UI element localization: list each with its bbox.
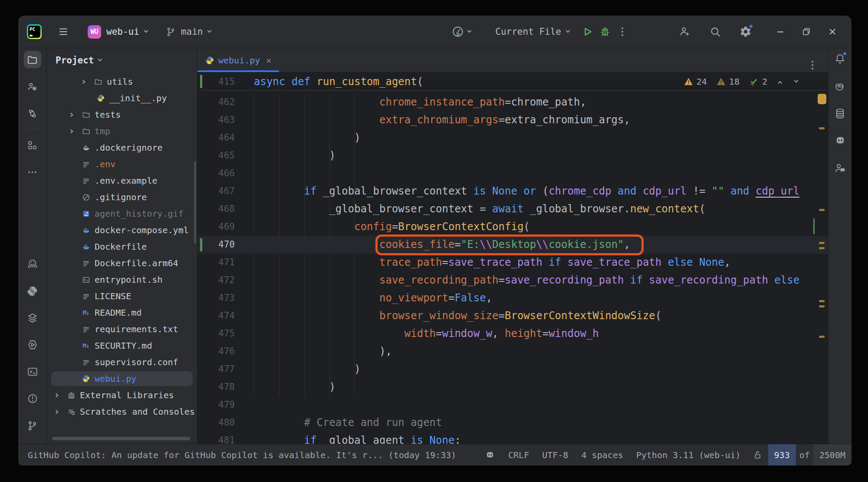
line-number[interactable]: 475 xyxy=(197,325,235,343)
line-number[interactable]: 462 xyxy=(197,93,235,111)
tree-item-utils[interactable]: utils xyxy=(47,73,197,90)
chevron-right-icon[interactable] xyxy=(55,410,66,413)
warning-stripe-mark[interactable] xyxy=(819,209,825,211)
line-number[interactable]: 464 xyxy=(197,129,235,147)
line-number[interactable]: 463 xyxy=(197,111,235,129)
inspections-widget[interactable]: 24 18 2 xyxy=(684,73,798,91)
tree-item--env-example[interactable]: .env.example xyxy=(47,172,197,189)
tree-item-tmp[interactable]: tmp xyxy=(47,123,197,139)
tree-item-agent-history-gif[interactable]: agent_history.gif xyxy=(47,205,197,222)
code-area[interactable]: 462 chrome_instance_path=chrome_path,463… xyxy=(197,91,828,444)
run-profile-widget[interactable] xyxy=(451,25,471,38)
status-message[interactable]: GitHub Copilot: An update for GitHub Cop… xyxy=(28,444,456,465)
line-number[interactable]: 478 xyxy=(197,378,235,396)
code-with-me-icon[interactable] xyxy=(676,23,694,40)
line-number[interactable]: 472 xyxy=(197,271,235,289)
tab-close-icon[interactable]: ✕ xyxy=(266,55,271,66)
tree-item-dockerfile[interactable]: Dockerfile xyxy=(47,238,197,255)
line-number[interactable]: 477 xyxy=(197,360,235,378)
tree-item-external-libraries[interactable]: External Libraries xyxy=(47,387,197,403)
tree-item-dockerfile-arm64[interactable]: Dockerfile.arm64 xyxy=(47,255,197,271)
tree-item-requirements-txt[interactable]: requirements.txt xyxy=(47,321,197,337)
chevron-right-icon[interactable] xyxy=(69,130,81,133)
sidebar-item-structure[interactable] xyxy=(24,136,41,154)
copilot-status-icon[interactable] xyxy=(478,444,502,465)
warning-stripe-mark[interactable] xyxy=(819,242,825,244)
tree-item-readme-md[interactable]: M↓README.md xyxy=(47,304,197,321)
sidebar-item-ai-assistant[interactable] xyxy=(832,77,849,95)
line-number[interactable]: 415 xyxy=(197,73,235,91)
tree-item-docker-compose-yml[interactable]: docker-compose.yml xyxy=(47,222,197,238)
line-number[interactable]: 467 xyxy=(197,182,235,200)
tree-item--init-py[interactable]: __init__.py xyxy=(47,90,197,106)
chevron-right-icon[interactable] xyxy=(55,394,66,397)
run-button[interactable] xyxy=(579,23,596,40)
next-problem-icon[interactable] xyxy=(794,79,799,83)
sidebar-item-notifications[interactable] xyxy=(832,50,849,67)
tree-item-security-md[interactable]: M↓SECURITY.md xyxy=(47,337,197,354)
tree-item--gitignore[interactable]: .gitignore xyxy=(47,189,197,205)
memory-total[interactable]: 2500M xyxy=(813,444,852,465)
warning-stripe-mark[interactable] xyxy=(819,336,825,338)
line-number[interactable]: 468 xyxy=(197,200,235,218)
sidebar-item-pull-requests[interactable]: ? xyxy=(24,78,41,95)
sidebar-item-commit[interactable] xyxy=(24,105,41,122)
tree-vertical-scrollbar[interactable] xyxy=(194,161,196,244)
tree-item-webui-py[interactable]: webui.py xyxy=(47,370,197,387)
lock-icon[interactable] xyxy=(747,444,768,465)
settings-icon[interactable] xyxy=(737,23,754,40)
search-everywhere-icon[interactable] xyxy=(707,23,724,40)
line-number[interactable]: 476 xyxy=(197,343,235,360)
tree-item-license[interactable]: LICENSE xyxy=(47,288,197,304)
tree-item-supervisord-conf[interactable]: supervisord.conf xyxy=(47,354,197,370)
line-number[interactable]: 473 xyxy=(197,289,235,307)
tree-horizontal-scrollbar[interactable] xyxy=(52,437,190,440)
line-number[interactable]: 469 xyxy=(197,218,235,236)
line-number[interactable]: 479 xyxy=(197,396,235,414)
sidebar-item-python-packages[interactable] xyxy=(24,282,41,300)
line-number[interactable]: 465 xyxy=(197,147,235,165)
sidebar-item-project[interactable] xyxy=(24,51,41,68)
sidebar-item-copilot[interactable] xyxy=(832,132,849,149)
line-number[interactable]: 470 xyxy=(197,236,235,254)
sidebar-item-terminal[interactable] xyxy=(24,363,41,380)
restore-icon[interactable] xyxy=(798,23,815,40)
sidebar-item-services[interactable] xyxy=(24,336,41,353)
run-config-selector[interactable]: Current File xyxy=(495,26,569,37)
line-number[interactable]: 471 xyxy=(197,254,235,271)
error-stripe-summary[interactable] xyxy=(818,94,826,104)
warning-stripe-mark[interactable] xyxy=(819,300,825,302)
memory-used[interactable]: 933 xyxy=(768,444,796,465)
branch-widget[interactable]: main xyxy=(166,26,211,37)
tree-item-entrypoint-sh[interactable]: entrypoint.sh xyxy=(47,271,197,288)
indent-widget[interactable]: 4 spaces xyxy=(575,444,629,465)
tree-item-scratches-and-consoles[interactable]: Scratches and Consoles xyxy=(47,403,197,420)
chevron-right-icon[interactable] xyxy=(69,113,81,116)
minimize-icon[interactable] xyxy=(772,23,789,40)
tree-item--dockerignore[interactable]: .dockerignore xyxy=(47,139,197,156)
warning-stripe-mark[interactable] xyxy=(819,305,825,307)
sidebar-item-huggingface[interactable] xyxy=(24,255,41,273)
sticky-line[interactable]: 415 async def run_custom_agent( 24 18 2 xyxy=(197,73,828,91)
project-panel-header[interactable]: Project xyxy=(47,48,197,73)
tree-item--env[interactable]: .env xyxy=(47,156,197,172)
editor-more-icon[interactable] xyxy=(812,56,813,69)
warning-stripe-mark[interactable] xyxy=(819,127,825,129)
close-icon[interactable] xyxy=(824,23,841,40)
warning-stripe-mark[interactable] xyxy=(819,247,825,249)
line-number[interactable]: 466 xyxy=(197,165,235,182)
line-separator-widget[interactable]: CRLF xyxy=(502,444,536,465)
line-number[interactable]: 481 xyxy=(197,432,235,444)
main-menu-icon[interactable] xyxy=(55,23,72,40)
project-widget[interactable]: WU web-ui xyxy=(72,25,148,39)
sidebar-item-version-control[interactable] xyxy=(24,417,41,434)
sidebar-item-more[interactable] xyxy=(24,163,41,181)
line-number[interactable]: 480 xyxy=(197,414,235,432)
interpreter-widget[interactable]: Python 3.11 (web-ui) xyxy=(630,444,747,465)
sidebar-item-layers[interactable] xyxy=(24,309,41,327)
tree-item-tests[interactable]: tests xyxy=(47,106,197,123)
tab-webui-py[interactable]: webui.py ✕ xyxy=(197,48,279,72)
sidebar-item-problems[interactable] xyxy=(24,390,41,407)
encoding-widget[interactable]: UTF-8 xyxy=(536,444,575,465)
chevron-right-icon[interactable] xyxy=(82,80,93,83)
